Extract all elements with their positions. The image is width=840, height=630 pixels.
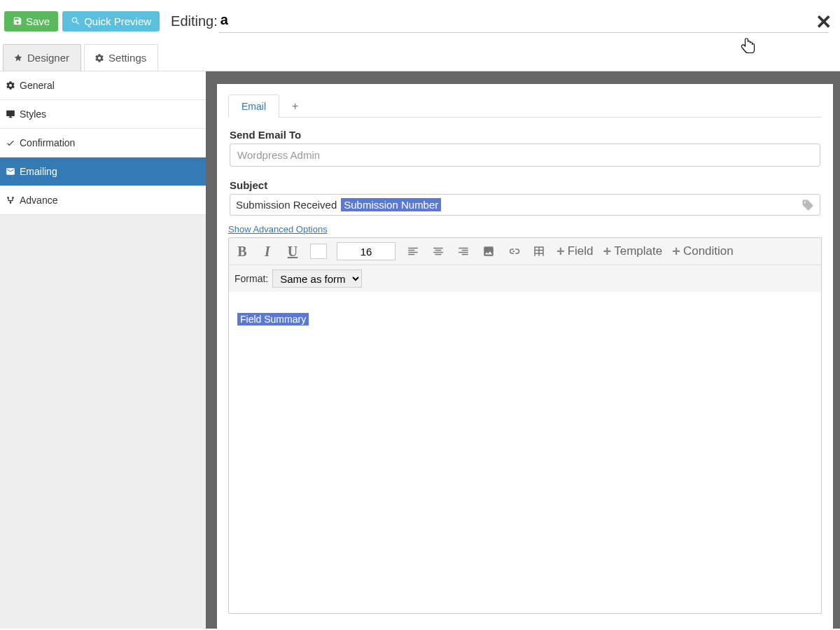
sidebar-item-advance[interactable]: Advance (0, 186, 206, 215)
save-button-label: Save (26, 15, 50, 27)
align-center-icon (432, 245, 444, 258)
editing-label: Editing: (171, 13, 218, 29)
plus-icon: + (672, 244, 680, 260)
sidebar-item-confirmation[interactable]: Confirmation (0, 129, 206, 158)
nodes-icon (6, 195, 15, 205)
monitor-icon (6, 109, 15, 119)
field-summary-token[interactable]: Field Summary (237, 313, 309, 326)
align-left-button[interactable] (405, 244, 421, 259)
sidebar-item-label: Confirmation (20, 137, 75, 148)
tab-designer[interactable]: Designer (3, 44, 81, 71)
editor-area[interactable]: Field Summary (228, 292, 822, 614)
tab-email-label: Email (241, 101, 266, 112)
topbar: Save Quick Preview Editing: ✕ (0, 0, 840, 41)
table-button[interactable] (531, 244, 547, 259)
align-left-icon (407, 245, 419, 258)
font-size-input[interactable] (337, 242, 396, 260)
align-right-button[interactable] (456, 244, 471, 259)
sidebar-item-general[interactable]: General (0, 71, 206, 100)
editor-toolbar: B I U +Field +Template +Condition (228, 237, 822, 292)
tag-icon[interactable] (802, 199, 814, 211)
insert-field-label: Field (568, 244, 594, 258)
image-icon (482, 245, 495, 258)
insert-condition-label: Condition (683, 244, 734, 258)
format-label: Format: (234, 273, 268, 284)
main-tabs: Designer Settings (0, 44, 840, 71)
subject-block: Subject Submission Received Submission N… (228, 168, 822, 217)
toolbar-row-2: Format: Same as form (229, 265, 821, 292)
form-name-input[interactable] (219, 9, 828, 33)
layout: General Styles Confirmation Emailing Adv… (0, 71, 840, 629)
tab-designer-label: Designer (27, 52, 69, 64)
designer-icon (13, 53, 23, 63)
tab-settings-label: Settings (108, 52, 146, 64)
preview-button-label: Quick Preview (84, 15, 151, 27)
subject-input[interactable]: Submission Received Submission Number (230, 194, 820, 216)
image-button[interactable] (481, 244, 496, 259)
save-icon (13, 16, 22, 26)
subject-token[interactable]: Submission Number (341, 198, 441, 211)
tab-email[interactable]: Email (228, 94, 279, 118)
sidebar-item-label: Advance (20, 195, 57, 206)
gear-icon (94, 53, 104, 63)
advanced-options-link[interactable]: Show Advanced Options (228, 224, 328, 234)
tab-settings[interactable]: Settings (84, 44, 158, 71)
insert-condition-button[interactable]: +Condition (672, 244, 734, 260)
link-icon (507, 245, 520, 258)
email-tabs: Email + (228, 94, 822, 118)
save-button[interactable]: Save (4, 11, 58, 31)
sidebar-item-label: General (20, 80, 55, 91)
plus-icon: + (556, 244, 565, 260)
bold-button[interactable]: B (234, 244, 250, 259)
send-to-input[interactable] (230, 144, 820, 167)
format-select[interactable]: Same as form (272, 270, 362, 288)
search-icon (71, 16, 80, 26)
plus-icon: + (603, 244, 612, 260)
send-to-label: Send Email To (230, 129, 820, 141)
settings-sidebar: General Styles Confirmation Emailing Adv… (0, 71, 206, 629)
align-center-button[interactable] (430, 244, 446, 259)
align-right-icon (457, 245, 470, 258)
subject-label: Subject (230, 179, 820, 191)
sidebar-item-label: Emailing (20, 166, 57, 177)
table-icon (533, 245, 545, 258)
subject-text: Submission Received (236, 199, 337, 211)
content-panel: Email + Send Email To Subject Submission… (217, 84, 833, 629)
sidebar-item-styles[interactable]: Styles (0, 100, 206, 129)
sidebar-item-emailing[interactable]: Emailing (0, 158, 206, 186)
color-picker[interactable] (310, 244, 327, 259)
close-icon[interactable]: ✕ (816, 13, 832, 32)
envelope-icon (6, 167, 15, 176)
add-email-tab-button[interactable]: + (282, 96, 308, 117)
gear-icon (6, 80, 15, 90)
insert-field-button[interactable]: +Field (556, 244, 594, 260)
preview-button[interactable]: Quick Preview (62, 11, 160, 31)
link-button[interactable] (506, 244, 522, 259)
content-canvas: Email + Send Email To Subject Submission… (206, 71, 840, 629)
insert-template-button[interactable]: +Template (603, 244, 663, 260)
send-to-block: Send Email To (228, 118, 822, 168)
underline-button[interactable]: U (285, 244, 300, 259)
check-icon (6, 138, 15, 148)
sidebar-item-label: Styles (20, 108, 46, 120)
toolbar-row-1: B I U +Field +Template +Condition (229, 238, 821, 265)
insert-template-label: Template (614, 244, 662, 258)
italic-button[interactable]: I (260, 244, 275, 259)
